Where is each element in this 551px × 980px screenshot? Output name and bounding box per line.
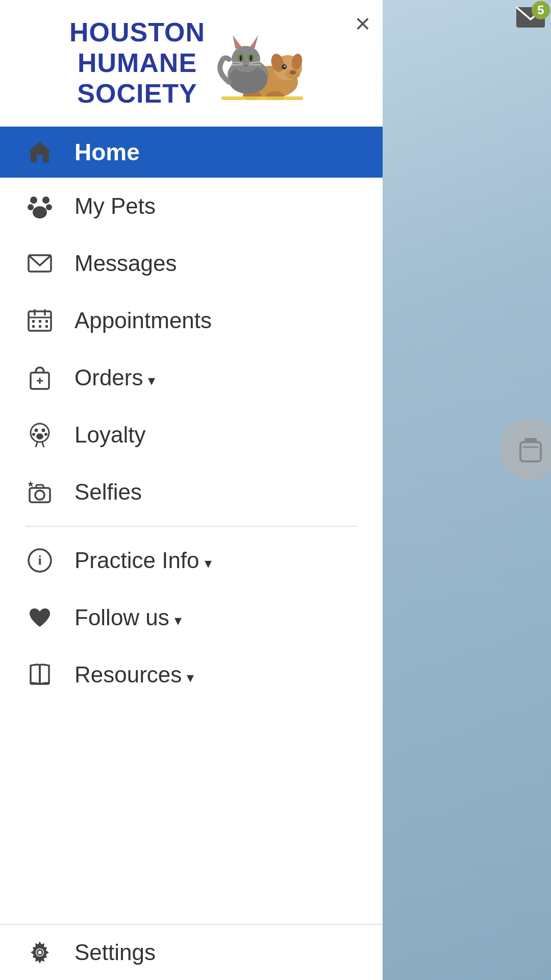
envelope-icon bbox=[26, 249, 54, 278]
svg-rect-42 bbox=[39, 320, 41, 323]
sidebar-item-my-pets-label: My Pets bbox=[74, 193, 156, 219]
svg-text:i: i bbox=[38, 553, 41, 568]
bag-icon bbox=[26, 363, 54, 392]
sidebar-item-settings[interactable]: Settings bbox=[0, 924, 383, 980]
logo-animals bbox=[211, 26, 313, 100]
settings-label: Settings bbox=[74, 940, 156, 965]
circle-button[interactable] bbox=[500, 419, 551, 480]
camera-icon bbox=[26, 478, 54, 506]
heart-icon bbox=[26, 603, 54, 632]
svg-point-54 bbox=[44, 433, 47, 436]
svg-rect-44 bbox=[32, 325, 35, 328]
svg-point-32 bbox=[42, 197, 49, 204]
svg-point-16 bbox=[232, 46, 260, 72]
nav-list: My Pets Messages bbox=[0, 178, 383, 924]
resources-chevron: ▾ bbox=[187, 669, 194, 686]
sidebar-item-resources[interactable]: Resources▾ bbox=[0, 646, 383, 703]
sidebar-item-follow-us-label: Follow us▾ bbox=[74, 605, 182, 630]
paw-icon bbox=[26, 192, 54, 220]
sidebar-item-my-pets[interactable]: My Pets bbox=[0, 178, 383, 235]
nav-divider bbox=[26, 526, 357, 527]
sidebar-item-orders-label: Orders▾ bbox=[74, 365, 155, 390]
sidebar-item-home[interactable]: Home bbox=[0, 127, 383, 178]
svg-point-51 bbox=[35, 429, 38, 432]
logo-text-block: HOUSTON HUMANE SOCIETY bbox=[69, 17, 205, 109]
navigation-drawer: HOUSTON HUMANE SOCIETY bbox=[0, 0, 383, 980]
follow-us-chevron: ▾ bbox=[174, 612, 182, 629]
svg-point-35 bbox=[33, 206, 47, 218]
notification-area: 5 bbox=[515, 5, 546, 32]
sidebar-item-practice-info[interactable]: i Practice Info▾ bbox=[0, 532, 383, 589]
svg-point-55 bbox=[36, 433, 43, 439]
gear-icon bbox=[26, 938, 54, 967]
sidebar-item-loyalty-label: Loyalty bbox=[74, 422, 145, 448]
sidebar-item-appointments-label: Appointments bbox=[74, 308, 212, 333]
svg-rect-46 bbox=[45, 325, 48, 328]
sidebar-item-follow-us[interactable]: Follow us▾ bbox=[0, 589, 383, 646]
close-button[interactable]: × bbox=[355, 10, 370, 37]
jar-icon bbox=[515, 434, 546, 464]
drawer-header: HOUSTON HUMANE SOCIETY bbox=[0, 0, 383, 127]
svg-point-33 bbox=[28, 204, 34, 210]
practice-info-chevron: ▾ bbox=[205, 555, 212, 572]
svg-rect-30 bbox=[221, 96, 303, 100]
book-icon bbox=[26, 660, 54, 689]
sidebar-item-appointments[interactable]: Appointments bbox=[0, 292, 383, 349]
svg-point-23 bbox=[240, 55, 242, 61]
sidebar-item-resources-label: Resources▾ bbox=[74, 662, 194, 688]
svg-point-31 bbox=[30, 197, 37, 204]
sidebar-item-home-label: Home bbox=[74, 138, 140, 166]
sidebar-item-practice-info-label: Practice Info▾ bbox=[74, 548, 212, 573]
orders-chevron: ▾ bbox=[148, 372, 155, 389]
svg-point-11 bbox=[284, 66, 286, 67]
sidebar-item-orders[interactable]: Orders▾ bbox=[0, 349, 383, 406]
svg-point-60 bbox=[35, 491, 44, 500]
sidebar-item-loyalty[interactable]: Loyalty bbox=[0, 406, 383, 463]
sidebar-item-selfies[interactable]: Selfies bbox=[0, 463, 383, 521]
svg-point-34 bbox=[46, 204, 52, 210]
svg-point-52 bbox=[42, 429, 45, 432]
svg-point-53 bbox=[32, 433, 35, 436]
svg-point-9 bbox=[290, 70, 296, 75]
mail-icon-wrap[interactable]: 5 bbox=[515, 5, 546, 32]
svg-rect-41 bbox=[32, 320, 35, 323]
svg-rect-43 bbox=[45, 320, 48, 323]
logo-text: HOUSTON HUMANE SOCIETY bbox=[69, 17, 205, 109]
right-side-overlay: 5 bbox=[383, 0, 551, 980]
notification-badge: 5 bbox=[532, 1, 550, 19]
loyalty-icon bbox=[26, 421, 54, 449]
sidebar-item-messages[interactable]: Messages bbox=[0, 235, 383, 292]
svg-marker-58 bbox=[28, 481, 34, 487]
sidebar-item-selfies-label: Selfies bbox=[74, 479, 142, 505]
svg-point-24 bbox=[250, 55, 252, 61]
svg-rect-2 bbox=[520, 442, 541, 461]
animals-svg bbox=[211, 26, 313, 100]
logo-area: HOUSTON HUMANE SOCIETY bbox=[69, 17, 313, 109]
info-icon: i bbox=[26, 546, 54, 575]
sidebar-item-messages-label: Messages bbox=[74, 251, 177, 276]
home-icon bbox=[26, 138, 54, 166]
svg-rect-45 bbox=[39, 325, 41, 328]
calendar-icon bbox=[26, 306, 54, 335]
